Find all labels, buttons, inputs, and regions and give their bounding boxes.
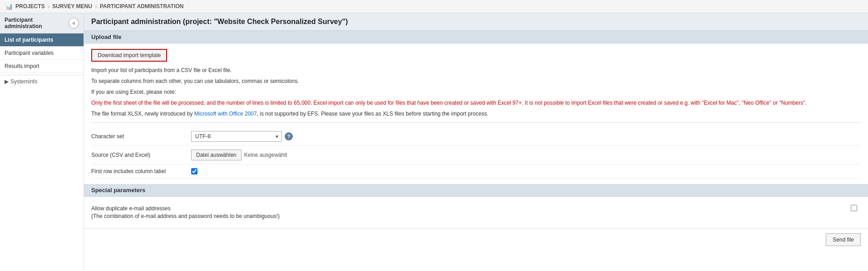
sidebar: Participant administration « List of par… [0,13,84,270]
info-text-csv: Import your list of participants from a … [91,66,861,74]
sidebar-nav: List of participants Participant variabl… [0,34,84,73]
info-text-excel-note: If you are using Excel, please note: [91,88,861,96]
sidebar-systeminfo-label: Systeminfo [10,78,37,85]
file-choose-button[interactable]: Datei auswählen [191,150,242,160]
charset-select-wrapper: UTF-8 ISO-8859-1 Windows-1252 ▼ [191,131,282,142]
main-layout: Participant administration « List of par… [0,13,868,270]
upload-content-area: Download import template Import your lis… [84,44,868,184]
first-row-control-area [191,168,197,174]
charset-row: Character set UTF-8 ISO-8859-1 Windows-1… [91,127,861,146]
source-control-area: Datei auswählen Keine ausgewählt [191,150,287,160]
charset-select[interactable]: UTF-8 ISO-8859-1 Windows-1252 [191,131,282,142]
special-param-label-0: Allow duplicate e-mail addresses (The co… [91,205,847,220]
sidebar-systeminfo-arrow: ▶ [5,78,9,85]
charset-help-icon[interactable]: ? [285,132,293,140]
info-text-xlsx: The file format XLSX, newly introduced b… [91,110,861,118]
send-file-button[interactable]: Send file [826,233,861,246]
bar-chart-icon: 📊 [5,3,13,10]
info-xlsx-blue: Microsoft with Office 2007 [194,111,257,117]
divider-1 [91,122,861,123]
info-text-excel-warning: Only the first sheet of the file will be… [91,99,861,107]
special-param-control-0 [847,205,861,211]
breadcrumb-participant-admin[interactable]: PARTICIPANT ADMINISTRATION [100,3,184,10]
sidebar-title: Participant administration [5,17,69,29]
special-param-row-0: Allow duplicate e-mail addresses (The co… [91,201,861,224]
source-label: Source (CSV and Excel) [91,152,191,158]
sidebar-systeminfo[interactable]: ▶ Systeminfo [0,75,84,88]
first-row-label: First row includes column label [91,168,191,174]
sidebar-item-participant-variables[interactable]: Participant variables [0,47,84,60]
breadcrumb-bar: 📊 PROJECTS › SURVEY MENU › PARTICIPANT A… [0,0,868,13]
source-row: Source (CSV and Excel) Datei auswählen K… [91,146,861,165]
first-row-row: First row includes column label [91,165,861,179]
info-text-separator: To separate columns from each other, you… [91,77,861,85]
info-xlsx-suffix: , is not supported by EFS. Please save y… [257,111,488,117]
info-xlsx-prefix: The file format XLSX, newly introduced b… [91,111,194,117]
special-params-section-header: Special parameters [84,184,868,197]
charset-control-area: UTF-8 ISO-8859-1 Windows-1252 ▼ ? [191,131,293,142]
sidebar-header: Participant administration « [0,13,84,34]
special-params-area: Allow duplicate e-mail addresses (The co… [84,197,868,228]
sidebar-item-results-import[interactable]: Results import [0,60,84,73]
sidebar-collapse-button[interactable]: « [69,18,79,29]
breadcrumb-projects[interactable]: PROJECTS [15,3,45,10]
breadcrumb-survey-menu[interactable]: SURVEY MENU [52,3,92,10]
send-file-area: Send file [84,228,868,251]
charset-label: Character set [91,133,191,140]
duplicate-email-checkbox[interactable] [851,205,857,211]
main-content: Participant administration (project: "We… [84,13,868,270]
download-import-template-button[interactable]: Download import template [91,49,167,62]
upload-section-header: Upload file [84,31,868,44]
file-name-label: Keine ausgewählt [244,152,287,158]
info-excel-prefix: If you are using Excel, please note: [91,89,176,95]
first-row-checkbox[interactable] [191,168,197,174]
sidebar-item-list-of-participants[interactable]: List of participants [0,34,84,47]
breadcrumb-sep-2: › [95,3,97,10]
breadcrumb-sep-1: › [48,3,50,10]
page-title: Participant administration (project: "We… [84,13,868,31]
